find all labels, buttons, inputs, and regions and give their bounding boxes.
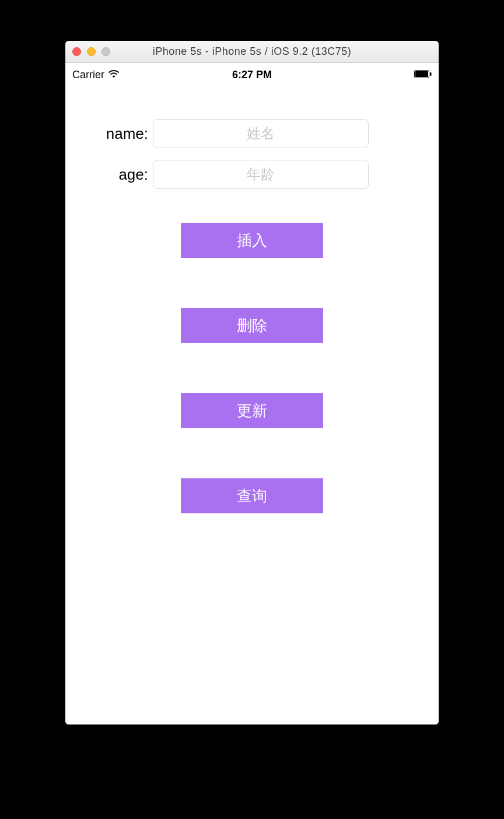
status-time: 6:27 PM [65, 69, 439, 81]
age-input[interactable] [153, 160, 369, 189]
minimize-icon[interactable] [87, 47, 96, 56]
status-right [414, 69, 432, 81]
age-label: age: [89, 166, 153, 184]
device-screen: Carrier 6:27 PM [65, 63, 439, 724]
name-input[interactable] [153, 119, 369, 148]
name-row: name: [65, 119, 439, 148]
simulator-window: iPhone 5s - iPhone 5s / iOS 9.2 (13C75) … [65, 41, 439, 724]
carrier-label: Carrier [72, 69, 104, 81]
svg-rect-2 [430, 72, 432, 76]
delete-button[interactable]: 删除 [181, 308, 323, 343]
age-row: age: [65, 160, 439, 189]
query-button[interactable]: 查询 [181, 478, 323, 513]
insert-button[interactable]: 插入 [181, 223, 323, 258]
app-content: name: age: 插入 删除 更新 查询 [65, 86, 439, 513]
wifi-icon [108, 69, 120, 81]
status-left: Carrier [72, 69, 120, 81]
window-titlebar: iPhone 5s - iPhone 5s / iOS 9.2 (13C75) [65, 41, 439, 63]
status-bar: Carrier 6:27 PM [65, 63, 439, 86]
battery-icon [414, 69, 432, 81]
name-label: name: [89, 125, 153, 143]
traffic-lights [72, 47, 110, 56]
window-title: iPhone 5s - iPhone 5s / iOS 9.2 (13C75) [65, 46, 439, 58]
svg-rect-1 [415, 71, 428, 77]
button-stack: 插入 删除 更新 查询 [65, 223, 439, 513]
maximize-icon[interactable] [102, 47, 110, 56]
close-icon[interactable] [72, 47, 81, 56]
update-button[interactable]: 更新 [181, 393, 323, 428]
